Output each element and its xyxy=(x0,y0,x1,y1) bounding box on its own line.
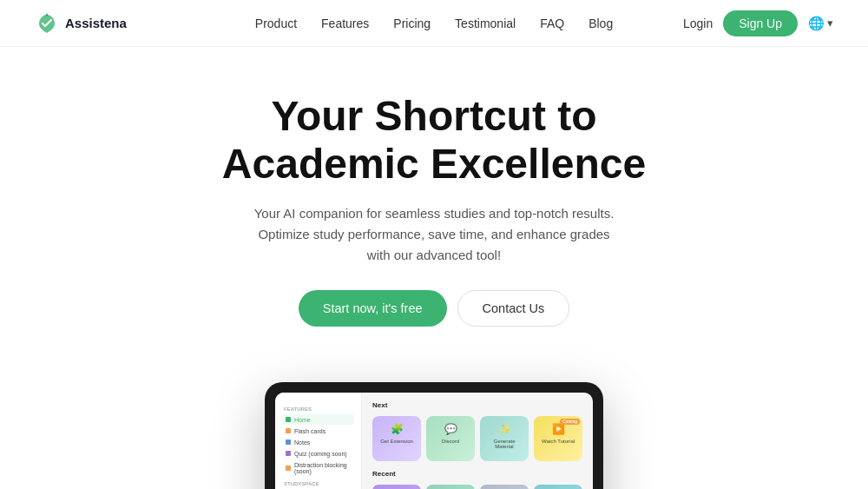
home-icon xyxy=(286,417,291,422)
navbar: Assistena Product Features Pricing Testi… xyxy=(0,0,868,47)
contact-us-button[interactable]: Contact Us xyxy=(457,290,570,327)
recent-cards-row: 57 cards 3 cards 25 cards 21 cards xyxy=(372,485,582,489)
distraction-icon xyxy=(286,466,291,471)
device-frame: Features Home Flash cards Notes Quiz (co… xyxy=(265,382,603,489)
hero-buttons: Start now, it's free Contact Us xyxy=(17,290,851,327)
app-main-content: Next 🧩 Get Extension 💬 Discord ✨ Generat… xyxy=(362,393,593,489)
recent-card-2[interactable]: 3 cards xyxy=(426,485,475,489)
sidebar-distraction-label: Distraction blocking (soon) xyxy=(294,462,351,474)
nav-product[interactable]: Product xyxy=(255,17,297,30)
studyspace-section-label: Studyspace xyxy=(284,481,354,486)
hero-subtext: Your AI companion for seamless studies a… xyxy=(252,203,616,266)
hero-heading: Your Shortcut to Academic Excellence xyxy=(17,92,851,188)
notes-icon xyxy=(286,439,291,445)
device-screen: Features Home Flash cards Notes Quiz (co… xyxy=(275,393,593,489)
sidebar-item-distraction[interactable]: Distraction blocking (soon) xyxy=(282,459,354,476)
nav-links: Product Features Pricing Testimonial FAQ… xyxy=(255,16,613,31)
sidebar-item-quiz[interactable]: Quiz (coming soon) xyxy=(282,448,354,459)
feature-cards-row: 🧩 Get Extension 💬 Discord ✨ Generate Mat… xyxy=(372,416,582,461)
sidebar-item-notes[interactable]: Notes xyxy=(282,437,354,447)
flashcards-icon xyxy=(286,428,291,433)
generate-label: Generate Material xyxy=(485,439,523,449)
sidebar-item-home[interactable]: Home xyxy=(282,414,354,425)
next-section-title: Next xyxy=(372,401,582,409)
recent-card-3[interactable]: 25 cards xyxy=(480,485,529,489)
sidebar-quiz-label: Quiz (coming soon) xyxy=(294,451,347,457)
get-extension-card[interactable]: 🧩 Get Extension xyxy=(372,416,421,461)
start-free-button[interactable]: Start now, it's free xyxy=(299,290,447,327)
recent-card-1[interactable]: 57 cards xyxy=(372,485,421,489)
sidebar-home-label: Home xyxy=(294,417,311,423)
nav-testimonial[interactable]: Testimonial xyxy=(455,17,516,30)
discord-card[interactable]: 💬 Discord xyxy=(426,416,475,461)
hero-section: Your Shortcut to Academic Excellence You… xyxy=(0,47,868,382)
device-mockup: Features Home Flash cards Notes Quiz (co… xyxy=(0,382,868,489)
signup-button[interactable]: Sign Up xyxy=(723,10,798,36)
login-button[interactable]: Login xyxy=(683,17,713,30)
extension-label: Get Extension xyxy=(380,439,413,444)
coming-soon-badge: Coming xyxy=(560,419,580,425)
sidebar-item-flashcards[interactable]: Flash cards xyxy=(282,426,354,436)
recent-section-title: Recent xyxy=(372,470,582,478)
nav-blog[interactable]: Blog xyxy=(589,17,613,30)
logo-icon xyxy=(35,11,59,36)
quiz-icon xyxy=(286,451,291,456)
hero-heading-line1: Your Shortcut to xyxy=(271,93,596,139)
recent-card-4[interactable]: 21 cards xyxy=(534,485,582,489)
nav-faq[interactable]: FAQ xyxy=(540,17,564,30)
logo-text: Assistena xyxy=(65,16,127,30)
sidebar-notes-label: Notes xyxy=(294,439,310,446)
tutorial-icon: ▶️ xyxy=(552,423,565,435)
features-section-label: Features xyxy=(284,406,354,412)
nav-features[interactable]: Features xyxy=(321,17,369,30)
generate-icon: ✨ xyxy=(498,423,511,435)
discord-label: Discord xyxy=(442,439,459,444)
watch-tutorial-card[interactable]: Coming ▶️ Watch Tutorial xyxy=(534,416,582,461)
logo[interactable]: Assistena xyxy=(35,11,127,36)
generate-material-card[interactable]: ✨ Generate Material xyxy=(480,416,529,461)
nav-right: Login Sign Up 🌐 ▾ xyxy=(683,10,833,36)
discord-icon: 💬 xyxy=(444,423,457,435)
nav-pricing[interactable]: Pricing xyxy=(393,17,431,30)
globe-icon: 🌐 xyxy=(808,16,825,31)
lang-arrow-icon: ▾ xyxy=(827,17,833,30)
app-sidebar: Features Home Flash cards Notes Quiz (co… xyxy=(275,393,362,489)
language-selector[interactable]: 🌐 ▾ xyxy=(808,16,833,31)
sidebar-flashcards-label: Flash cards xyxy=(294,428,326,434)
extension-icon: 🧩 xyxy=(391,423,404,435)
hero-heading-line2: Academic Excellence xyxy=(222,141,646,187)
tutorial-label: Watch Tutorial xyxy=(542,439,575,444)
